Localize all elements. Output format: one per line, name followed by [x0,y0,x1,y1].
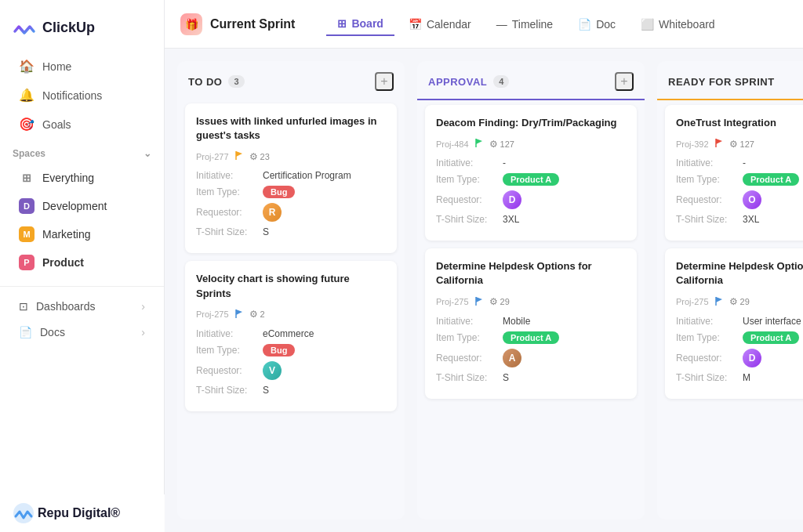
item-type-badge: Product A [503,173,559,186]
card-field-tshirt-value: S [263,226,269,237]
card-field-item-type: Item Type: Bug [196,344,386,356]
card-field-itemtype-label: Item Type: [436,174,503,185]
task-card[interactable]: Deacom Finding: Dry/Trim/Packaging Proj-… [425,105,637,241]
sidebar-item-everything-label: Everything [42,172,94,184]
tab-whiteboard-label: Whiteboard [659,18,715,31]
card-field-tshirt-label: T-Shirt Size: [436,214,503,225]
development-icon: D [19,198,35,214]
card-field-initiative-label: Initiative: [436,316,503,327]
column-title: TO DO [188,76,222,88]
card-meta: Proj-277 ⚙ 23 [196,150,386,162]
sidebar-nav-notifications-label: Notifications [42,89,102,102]
card-field-requestor-label: Requestor: [436,353,503,364]
item-type-badge: Product A [503,331,559,344]
sidebar-item-development[interactable]: D Development [6,193,158,219]
requestor-avatar: R [263,203,282,222]
card-field-tshirt-label: T-Shirt Size: [196,226,263,237]
card-field-initiative: Initiative: eCommerce [196,328,386,339]
tab-board[interactable]: ⊞ Board [326,13,394,36]
spaces-label: Spaces [13,148,45,159]
card-field-tshirt: T-Shirt Size: S [436,372,626,383]
chevron-down-icon[interactable]: ⌄ [144,148,151,159]
card-proj: Proj-484 [436,139,469,149]
points-icon: ⚙ [729,139,738,150]
card-field-itemtype-label: Item Type: [196,345,263,356]
card-field-initiative-label: Initiative: [196,328,263,339]
points-icon: ⚙ [489,296,498,307]
card-field-tshirt-value: M [743,372,750,383]
column-count: 3 [228,75,244,88]
item-type-badge: Product A [743,331,799,344]
column-header-ready: READY FOR SPRINT + [657,61,803,100]
logo-text: ClickUp [42,20,95,36]
task-card[interactable]: Issues with linked unfurled images in gu… [185,103,397,253]
card-field-item-type: Item Type: Product A [436,331,626,344]
main-content: 🎁 Current Sprint ⊞ Board 📅 Calendar — Ti… [165,0,803,532]
sidebar-nav-goals[interactable]: 🎯 Goals [6,110,158,138]
watermark: Repu Digital® [0,494,165,532]
card-field-initiative-value: User interface [743,316,801,327]
card-field-requestor: Requestor: V [196,361,386,380]
task-card[interactable]: Velocity chart is showing future Sprints… [185,261,397,411]
column-add-button[interactable]: + [615,72,634,91]
sidebar-nav-home[interactable]: 🏠 Home [6,52,158,80]
column-header-todo: TO DO 3 + [177,61,405,99]
sidebar-item-development-label: Development [42,200,107,212]
item-type-badge: Bug [263,344,295,356]
sprint-title-area: 🎁 Current Sprint [180,13,295,35]
card-field-item-type: Item Type: Bug [196,186,386,198]
column-approval: APPROVAL 4 + Deacom Finding: Dry/Trim/Pa… [417,61,645,519]
sidebar-item-docs[interactable]: 📄 Docs › [6,320,158,345]
sidebar-item-marketing[interactable]: M Marketing [6,221,158,248]
column-add-button[interactable]: + [375,72,394,91]
card-title: Deacom Finding: Dry/Trim/Packaging [436,116,626,130]
clickup-logo-icon [13,16,36,39]
task-card[interactable]: Determine Helpdesk Options for Californi… [425,248,637,398]
card-field-requestor-label: Requestor: [676,194,743,205]
card-field-tshirt-label: T-Shirt Size: [676,372,743,383]
product-icon: P [19,255,35,270]
requestor-avatar: V [263,361,282,380]
sidebar-item-docs-label: Docs [40,326,65,338]
sidebar-nav-home-label: Home [42,60,71,73]
task-card[interactable]: OneTrust Integration Proj-392 ⚙ 127 Init… [665,105,803,241]
sidebar-item-dashboards[interactable]: ⊡ Dashboards › [6,294,158,319]
spaces-section: Spaces ⌄ [0,139,164,164]
tab-whiteboard[interactable]: ⬜ Whiteboard [630,13,726,35]
card-title: Issues with linked unfurled images in gu… [196,114,386,143]
whiteboard-nav-icon: ⬜ [641,18,654,31]
sidebar-item-product-label: Product [42,256,84,269]
watermark-logo-icon [13,502,35,524]
card-proj: Proj-275 [676,297,709,306]
card-field-tshirt: T-Shirt Size: 3XL [676,214,803,225]
sidebar-item-product[interactable]: P Product [6,249,158,276]
card-field-requestor: Requestor: D [676,349,803,367]
task-card[interactable]: Determine Helpdesk Options for Californi… [665,248,803,398]
tab-calendar[interactable]: 📅 Calendar [398,13,482,35]
card-field-requestor-label: Requestor: [436,194,503,205]
requestor-avatar: D [503,190,521,209]
card-field-initiative: Initiative: Mobile [436,316,626,327]
card-field-tshirt-value: 3XL [503,214,519,225]
card-field-requestor: Requestor: R [196,203,386,222]
column-header-approval: APPROVAL 4 + [417,61,645,100]
card-proj: Proj-275 [196,309,229,319]
column-count: 4 [493,75,509,88]
card-field-initiative-label: Initiative: [436,157,503,168]
sidebar-item-everything[interactable]: ⊞ Everything [6,165,158,191]
column-title: APPROVAL [428,76,487,88]
tab-timeline[interactable]: — Timeline [485,13,564,35]
card-points: ⚙ 127 [489,139,514,150]
card-field-tshirt-value: S [263,385,269,396]
sidebar-nav-notifications[interactable]: 🔔 Notifications [6,81,158,109]
tab-calendar-label: Calendar [427,18,471,31]
card-field-initiative: Initiative: User interface [676,316,803,327]
card-field-initiative-value: - [743,157,746,168]
card-field-initiative-value: - [503,157,506,168]
column-header-left: TO DO 3 [188,75,245,88]
watermark-text: Repu Digital® [38,506,120,520]
card-flag [235,150,243,162]
card-field-initiative-value: eCommerce [263,328,314,339]
card-meta: Proj-484 ⚙ 127 [436,138,626,150]
tab-doc[interactable]: 📄 Doc [567,13,627,35]
